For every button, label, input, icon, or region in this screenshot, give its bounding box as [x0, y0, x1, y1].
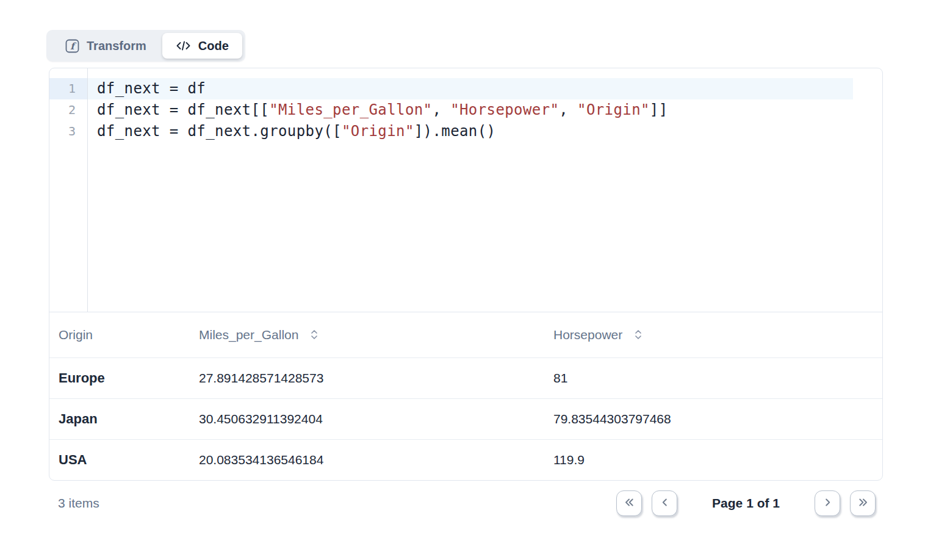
column-header-origin: Origin [49, 312, 190, 357]
code-panel: 123 df_next = dfdf_next = df_next[["Mile… [49, 68, 883, 481]
line-number: 2 [49, 99, 87, 121]
view-toggle: f Transform Code [46, 30, 245, 62]
code-token: ]] [650, 101, 668, 118]
code-icon [176, 39, 191, 52]
function-icon: f [65, 39, 79, 53]
cell-value: 30.450632911392404 [190, 398, 544, 439]
cell-value: 81 [544, 357, 882, 398]
sort-icon[interactable] [634, 329, 642, 340]
string-token: "Miles_per_Gallon" [269, 101, 432, 118]
tab-transform[interactable]: f Transform [49, 33, 162, 59]
code-token: , [559, 101, 577, 118]
row-origin: USA [49, 439, 190, 480]
line-number: 3 [49, 121, 87, 142]
chevrons-left-icon [623, 496, 636, 511]
column-label: Horsepower [553, 328, 622, 342]
table-row: USA20.083534136546184119.9 [49, 439, 882, 480]
items-count: 3 items [58, 496, 99, 511]
string-token: "Origin" [577, 101, 650, 118]
row-origin: Europe [49, 357, 190, 398]
code-line[interactable]: df_next = df_next.groupby(["Origin"]).me… [88, 121, 853, 142]
cell-value: 27.891428571428573 [190, 357, 544, 398]
code-line[interactable]: df_next = df [88, 78, 853, 99]
tab-transform-label: Transform [87, 39, 146, 53]
sort-icon[interactable] [310, 329, 319, 340]
line-number: 1 [49, 78, 87, 99]
code-token: df_next = df [97, 80, 206, 97]
chevron-left-icon [658, 496, 671, 511]
pagination: Page 1 of 1 [616, 490, 876, 516]
table-header-row: OriginMiles_per_GallonHorsepower [49, 312, 882, 357]
code-token: df_next = df_next.groupby([ [97, 123, 342, 140]
cell-value: 20.083534136546184 [190, 439, 544, 480]
last-page-button[interactable] [850, 490, 876, 516]
chevron-right-icon [821, 496, 834, 511]
tab-code[interactable]: Code [162, 33, 242, 59]
tab-code-label: Code [198, 39, 229, 53]
editor-gutter: 123 [49, 68, 88, 312]
table-row: Europe27.89142857142857381 [49, 357, 882, 398]
previous-page-button[interactable] [652, 490, 677, 516]
code-token: df_next = df_next[[ [97, 101, 269, 118]
next-page-button[interactable] [815, 490, 840, 516]
first-page-button[interactable] [616, 490, 642, 516]
svg-text:f: f [70, 40, 77, 51]
column-label: Origin [59, 328, 93, 342]
page-indicator: Page 1 of 1 [712, 496, 780, 511]
table-footer: 3 items Page 1 of 1 [49, 489, 883, 518]
column-header-horsepower[interactable]: Horsepower [544, 312, 882, 357]
editor-content[interactable]: df_next = dfdf_next = df_next[["Miles_pe… [88, 68, 882, 312]
code-line[interactable]: df_next = df_next[["Miles_per_Gallon", "… [88, 99, 853, 121]
column-label: Miles_per_Gallon [199, 328, 298, 342]
cell-value: 79.83544303797468 [544, 398, 882, 439]
code-editor[interactable]: 123 df_next = dfdf_next = df_next[["Mile… [49, 68, 882, 312]
result-table: OriginMiles_per_GallonHorsepower Europe2… [49, 312, 882, 480]
code-token: ]).mean() [414, 123, 496, 140]
column-header-miles_per_gallon[interactable]: Miles_per_Gallon [190, 312, 544, 357]
code-token: , [432, 101, 450, 118]
cell-value: 119.9 [544, 439, 882, 480]
chevrons-right-icon [857, 496, 869, 511]
string-token: "Origin" [342, 123, 414, 140]
row-origin: Japan [49, 398, 190, 439]
string-token: "Horsepower" [450, 101, 559, 118]
table-row: Japan30.45063291139240479.83544303797468 [49, 398, 882, 439]
